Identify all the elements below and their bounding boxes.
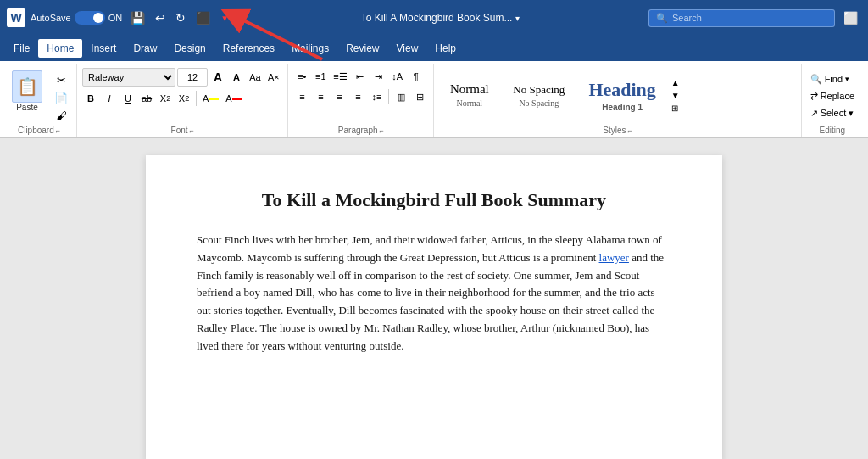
align-center-button[interactable]: ≡ (312, 88, 329, 105)
menu-home[interactable]: Home (38, 39, 82, 58)
sort-button[interactable]: ↕A (389, 68, 406, 85)
paragraph-label: Paragraph (338, 126, 378, 135)
paste-icon: 📋 (12, 70, 42, 103)
find-label: Find (825, 74, 843, 84)
document-area: To Kill a Mockingbird Full Book Summary … (0, 138, 868, 459)
menu-file[interactable]: File (5, 39, 38, 58)
normal-style-preview: Normal (450, 82, 489, 97)
select-label: Select ▾ (821, 108, 854, 119)
heading-style-button[interactable]: Heading Heading 1 (576, 69, 667, 121)
ribbon: 📋 Paste ✂ 📄 🖌 Clipboard ⌐ (0, 61, 868, 138)
align-right-button[interactable]: ≡ (331, 88, 348, 105)
clipboard-mini-buttons: ✂ 📄 🖌 (51, 68, 71, 124)
body-text-after-link: and the Finch family is reasonably well … (197, 251, 664, 352)
clipboard-expand-icon[interactable]: ⌐ (56, 126, 60, 135)
line-spacing-button[interactable]: ↕≡ (368, 88, 385, 105)
select-button[interactable]: ↗ Select ▾ (807, 106, 858, 120)
font-size-input[interactable] (177, 68, 208, 87)
underline-button[interactable]: U (120, 90, 136, 107)
shading-button[interactable]: ▥ (392, 88, 409, 105)
no-spacing-style-button[interactable]: No Spacing No Spacing (501, 69, 576, 121)
replace-label: Replace (821, 91, 854, 101)
no-spacing-label: No Spacing (519, 98, 559, 108)
italic-button[interactable]: I (101, 90, 118, 107)
dropdown-arrow-icon[interactable]: ▼ (217, 12, 232, 25)
body-text-before-link: Scout Finch lives with her brother, Jem,… (197, 233, 662, 264)
normal-style-button[interactable]: Normal Normal (437, 69, 501, 121)
justify-button[interactable]: ≡ (349, 88, 366, 105)
styles-label: Styles (603, 126, 626, 135)
styles-scroll-arrows: ▲ ▼ ⊞ (668, 77, 683, 114)
align-left-button[interactable]: ≡ (293, 88, 310, 105)
paragraph-group: ≡• ≡1 ≡☰ ⇤ ⇥ ↕A ¶ ≡ ≡ ≡ ≡ ↕≡ (288, 64, 434, 137)
subscript-button[interactable]: X2 (157, 90, 174, 107)
find-dropdown[interactable]: ▾ (845, 75, 849, 83)
superscript-button[interactable]: X2 (175, 90, 192, 107)
title-bar: W AutoSave ON 💾 ↩ ↻ ⬛ ▼ To Kill A Mockin… (0, 0, 868, 36)
search-input[interactable] (672, 13, 827, 23)
title-bar-icons: 💾 ↩ ↻ ⬛ ▼ (127, 9, 232, 26)
select-icon: ↗ (810, 108, 818, 119)
menu-design[interactable]: Design (165, 39, 214, 58)
styles-expand-icon[interactable]: ⌐ (627, 126, 632, 135)
search-icon: 🔍 (656, 13, 668, 24)
styles-scroll-up[interactable]: ▲ (670, 77, 682, 88)
borders-button[interactable]: ⊞ (411, 88, 428, 105)
find-button[interactable]: 🔍 Find ▾ (807, 72, 858, 87)
menu-view[interactable]: View (388, 39, 427, 58)
editing-group: 🔍 Find ▾ ⇄ Replace ↗ Select ▾ Editing (802, 64, 863, 137)
replace-button[interactable]: ⇄ Replace (807, 89, 858, 104)
save-icon[interactable]: 💾 (127, 9, 148, 26)
autosave-toggle[interactable] (75, 11, 105, 25)
clipboard-label: Clipboard (18, 126, 54, 135)
styles-scroll-down[interactable]: ▼ (670, 90, 682, 101)
font-family-select[interactable]: Raleway (82, 68, 175, 87)
menu-draw[interactable]: Draw (125, 39, 165, 58)
copy-button[interactable]: 📄 (51, 89, 71, 106)
font-expand-icon[interactable]: ⌐ (190, 126, 194, 135)
clear-formatting-button[interactable]: A✕ (265, 69, 282, 86)
search-box[interactable]: 🔍 (648, 9, 835, 27)
numbered-button[interactable]: ≡1 (312, 68, 329, 85)
redo-icon[interactable]: ↻ (172, 9, 189, 26)
lawyer-link[interactable]: lawyer (599, 251, 629, 264)
decrease-indent-button[interactable]: ⇤ (352, 68, 369, 85)
strikethrough-button[interactable]: ab (138, 90, 155, 107)
increase-indent-button[interactable]: ⇥ (370, 68, 387, 85)
paste-label: Paste (16, 103, 38, 112)
menu-references[interactable]: References (214, 39, 283, 58)
multilevel-button[interactable]: ≡☰ (331, 68, 349, 85)
show-marks-button[interactable]: ¶ (408, 68, 425, 85)
font-case-button[interactable]: Aa (247, 69, 264, 86)
menu-review[interactable]: Review (337, 39, 387, 58)
font-grow-button[interactable]: A (209, 69, 226, 86)
normal-style-label: Normal (457, 98, 483, 108)
bold-button[interactable]: B (82, 90, 99, 107)
cut-button[interactable]: ✂ (51, 71, 71, 88)
document-page[interactable]: To Kill a Mockingbird Full Book Summary … (146, 155, 722, 459)
toggle-state-label: ON (108, 13, 123, 23)
font-color-button[interactable]: A (223, 90, 244, 107)
bullets-button[interactable]: ≡• (293, 68, 310, 85)
autosave-area: AutoSave ON (31, 11, 122, 25)
replace-icon: ⇄ (810, 91, 818, 102)
word-logo: W (7, 8, 25, 27)
document-body: Scout Finch lives with her brother, Jem,… (197, 232, 671, 355)
heading-label: Heading 1 (602, 103, 643, 112)
font-shrink-button[interactable]: A (228, 69, 245, 86)
autosave-label: AutoSave (31, 13, 71, 23)
paste-button[interactable]: 📋 Paste (7, 68, 47, 115)
text-highlight-button[interactable]: A (200, 90, 221, 107)
ribbon-display-icon[interactable]: ⬜ (840, 9, 861, 26)
title-dropdown-icon[interactable]: ▾ (515, 14, 520, 23)
no-spacing-preview: No Spacing (513, 83, 565, 97)
undo-icon[interactable]: ↩ (152, 9, 169, 26)
menu-insert[interactable]: Insert (82, 39, 125, 58)
document-title: To Kill A Mockingbird Book Sum... ▾ (237, 12, 643, 24)
menu-help[interactable]: Help (426, 39, 465, 58)
paragraph-expand-icon[interactable]: ⌐ (380, 126, 384, 135)
customize-qat-icon[interactable]: ⬛ (192, 9, 214, 26)
menu-mailings[interactable]: Mailings (283, 39, 337, 58)
styles-expand[interactable]: ⊞ (670, 103, 682, 114)
format-painter-button[interactable]: 🖌 (51, 107, 71, 124)
